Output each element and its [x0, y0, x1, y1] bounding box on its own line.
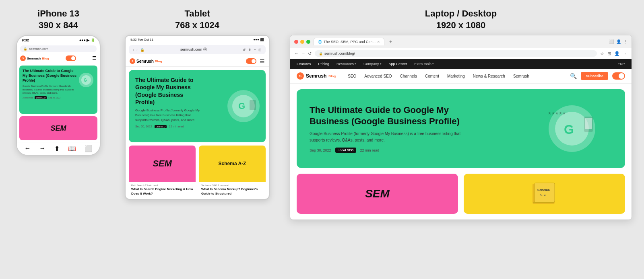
dark-mode-toggle[interactable] — [66, 55, 76, 61]
tablet-sem-text: SEM — [153, 158, 172, 169]
tablet-time: 9:32 Tue Oct 11 — [130, 38, 153, 41]
subscribe-button[interactable]: Subscribe — [581, 72, 608, 80]
profile-icon[interactable]: 👤 — [616, 39, 621, 44]
tablet-card-sem[interactable]: SEM Paid Search 13 min read What Is Sear… — [129, 146, 196, 196]
laptop-card-sem[interactable]: SEM — [297, 174, 458, 214]
nav-app-center[interactable]: App Center — [389, 62, 407, 66]
tablet-card-schema-cat: Technical SEO 7 min read — [201, 184, 263, 187]
blog-nav-content[interactable]: Content — [425, 74, 439, 78]
svg-text:★★★★★: ★★★★★ — [548, 111, 566, 115]
tab-search-icon[interactable]: ⊞ — [607, 51, 611, 56]
iphone-signal: ●●● ▶ 🔋 — [79, 38, 95, 42]
chrome-tab[interactable]: 🌐 The SEO, SEM, PPC and Con... ✕ — [314, 38, 384, 45]
dark-mode-toggle-laptop[interactable] — [612, 72, 625, 80]
tablet-signal: ●●● ⬛ — [253, 38, 264, 41]
bookmark-icon[interactable]: ☆ — [600, 51, 604, 56]
semrush-text: Semrush — [27, 57, 41, 60]
chevron-down-icon2: ▾ — [380, 62, 382, 66]
more-icon[interactable]: ⋮ — [623, 51, 627, 56]
tablet-frame: 9:32 Tue Oct 11 ●●● ⬛ ‹ › 🔒 semrush.com … — [125, 35, 270, 200]
blog-nav-semrush[interactable]: Semrush — [513, 74, 529, 78]
tab-close-icon[interactable]: ✕ — [377, 40, 380, 44]
browser-forward-icon[interactable]: → — [301, 51, 305, 56]
semrush-icon-tablet: S — [130, 58, 135, 64]
url-toolbar-icons: ☆ ⊞ 👤 ⋮ — [600, 51, 627, 56]
share-icon[interactable]: ⬆ — [54, 145, 60, 152]
laptop-frame: 🌐 The SEO, SEM, PPC and Con... ✕ + ⬜ 👤 ⋮… — [290, 35, 632, 220]
tab-favicon: 🌐 — [318, 40, 322, 44]
traffic-lights — [294, 40, 310, 44]
tablet-schema-text: Schema A-Z — [219, 161, 246, 166]
maximize-button[interactable] — [306, 40, 310, 44]
blog-nav-marketing[interactable]: Marketing — [447, 74, 465, 78]
tablet-card-schema[interactable]: Schema A-Z Technical SEO 7 min read What… — [199, 146, 266, 196]
svg-text:G: G — [238, 101, 245, 111]
lock-icon: 🔒 — [319, 52, 323, 55]
laptop-sem-text: SEM — [365, 187, 390, 200]
blog-tag: Blog — [42, 57, 49, 60]
tablet-forward-icon[interactable]: › — [136, 48, 138, 52]
blog-nav-channels[interactable]: Channels — [400, 74, 417, 78]
nav-features[interactable]: Features — [297, 62, 311, 66]
search-icon[interactable]: 🔍 — [570, 73, 577, 79]
back-icon[interactable]: ← — [25, 145, 31, 152]
iphone-url-bar[interactable]: 🔒 semrush.com — [20, 45, 97, 52]
laptop-card-schema[interactable]: Schema A - Z — [464, 174, 625, 214]
hamburger-icon[interactable]: ☰ — [92, 55, 97, 61]
add-tab-icon[interactable]: + — [254, 48, 256, 52]
schema-book-illustration: Schema A - Z — [528, 180, 561, 208]
lock-icon: 🔒 — [140, 48, 144, 52]
hamburger-icon-tablet[interactable]: ☰ — [260, 58, 265, 64]
laptop-bottom-cards: SEM Schema A - Z — [297, 174, 625, 220]
minimize-icon[interactable]: ⬜ — [609, 39, 614, 44]
tablet-hero-card[interactable]: The Ultimate Guide to Google My Business… — [129, 70, 266, 142]
nav-resources[interactable]: Resources ▾ — [336, 62, 356, 66]
browser-back-icon[interactable]: ← — [294, 51, 299, 56]
more-options-icon[interactable]: ⋮ — [623, 39, 627, 44]
blog-nav-advanced-seo[interactable]: Advanced SEO — [364, 74, 392, 78]
iphone-status-bar: 9:32 ●●● ▶ 🔋 — [17, 36, 100, 44]
laptop-hero-card[interactable]: The Ultimate Guide to Google My Business… — [297, 89, 625, 168]
language-selector[interactable]: EN ▾ — [617, 62, 625, 66]
tab-title: The SEO, SEM, PPC and Con... — [324, 40, 376, 44]
dark-mode-toggle-tablet[interactable] — [246, 58, 256, 64]
close-button[interactable] — [294, 40, 298, 44]
nav-pricing[interactable]: Pricing — [318, 62, 330, 66]
semrush-logo-tablet: S Semrush Blog — [130, 58, 162, 64]
reload-icon[interactable]: ↺ — [243, 48, 246, 52]
tablet-card-schema-body: Technical SEO 7 min read What Is Schema … — [199, 182, 266, 196]
laptop-hero-desc: Google Business Profile (formerly Google… — [310, 131, 476, 144]
blog-nav-news-research[interactable]: News & Research — [473, 74, 505, 78]
lang-chevron-icon: ▾ — [623, 62, 625, 66]
tabs-icon[interactable]: ⬜ — [85, 145, 93, 152]
local-seo-badge: Local SEO — [35, 96, 47, 99]
new-tab-button[interactable]: + — [388, 39, 394, 45]
tablet-url-bar[interactable]: ‹ › 🔒 semrush.com ⓐ ↺ ⬆ + ⊞ — [129, 45, 266, 54]
hero-illustration: G — [78, 69, 94, 91]
iphone-label: iPhone 13 390 x 844 — [37, 8, 79, 31]
tablet-back-icon[interactable]: ‹ — [133, 48, 134, 52]
iphone-card-pink[interactable]: SEM — [19, 116, 97, 140]
blog-tag-laptop: Blog — [328, 74, 336, 78]
minimize-button[interactable] — [300, 40, 304, 44]
tabs-grid-icon[interactable]: ⊞ — [258, 48, 262, 52]
laptop-top-nav: Features Pricing Resources ▾ Company ▾ A… — [290, 59, 632, 69]
forward-icon[interactable]: → — [39, 145, 46, 152]
blog-tag-tablet: Blog — [155, 59, 162, 63]
nav-company[interactable]: Company ▾ — [363, 62, 382, 66]
svg-text:A - Z: A - Z — [540, 193, 546, 196]
sem-text: SEM — [50, 124, 66, 133]
url-nav-buttons: ← → ↺ — [294, 51, 312, 56]
profile-icon2[interactable]: 👤 — [614, 51, 620, 56]
semrush-blog-logo[interactable]: S Semrush Blog — [297, 72, 336, 80]
nav-extra-tools[interactable]: Extra tools ▾ — [414, 62, 434, 66]
semrush-text-tablet: Semrush — [136, 59, 154, 64]
blog-nav-seo[interactable]: SEO — [348, 74, 356, 78]
bookmarks-icon[interactable]: 📖 — [68, 145, 76, 152]
blog-nav-right: 🔍 Subscribe — [570, 72, 625, 80]
svg-rect-17 — [533, 202, 554, 203]
url-input[interactable]: 🔒 semrush.com/blog/ — [315, 50, 597, 57]
iphone-hero-card[interactable]: The Ultimate Guide to Google My Business… — [19, 66, 97, 114]
share-icon[interactable]: ⬆ — [248, 48, 252, 52]
browser-reload-icon[interactable]: ↺ — [308, 51, 312, 56]
